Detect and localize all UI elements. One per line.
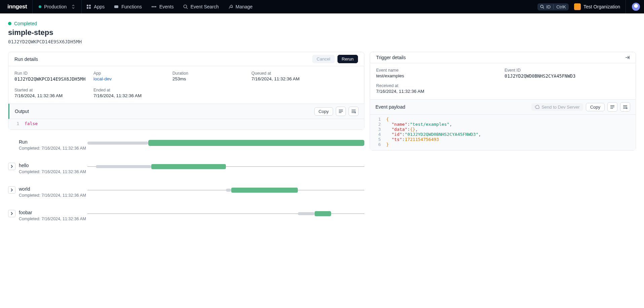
label: Event name	[376, 68, 501, 73]
expand-output-button[interactable]	[349, 107, 359, 116]
search-icon	[183, 4, 188, 9]
line-number: 5	[370, 137, 386, 142]
timeline-track	[87, 210, 364, 217]
grid-icon	[86, 4, 91, 9]
app-link[interactable]: local-dev	[93, 76, 169, 81]
token: {	[386, 117, 389, 122]
nav-event-search-label: Event Search	[191, 4, 219, 9]
label: Received at	[376, 83, 501, 88]
payload-header: Event payload Send to Dev Server Copy	[370, 99, 636, 115]
step-sub: Completed: 7/16/2024, 11:32:36 AM	[19, 169, 86, 174]
svg-rect-2	[87, 7, 88, 9]
timeline-track	[87, 140, 364, 147]
field-duration: Duration 253ms	[172, 71, 248, 82]
chevron-updown-icon	[71, 4, 75, 9]
label: Ended at	[93, 88, 169, 92]
step-sub: Completed: 7/16/2024, 11:32:36 AM	[19, 217, 86, 221]
org-badge-icon	[574, 3, 581, 10]
events-icon	[151, 5, 157, 8]
svg-rect-1	[89, 5, 91, 6]
svg-point-6	[153, 6, 155, 7]
run-row-title: Run	[19, 139, 86, 145]
line-number: 6	[370, 142, 386, 147]
token: :	[407, 122, 410, 127]
copy-payload-button[interactable]: Copy	[586, 103, 605, 111]
search-label: ID	[546, 4, 551, 9]
expand-step-button[interactable]	[8, 210, 15, 217]
nav-functions[interactable]: Functions	[109, 0, 147, 13]
nav-apps-label: Apps	[94, 4, 105, 9]
wrap-lines-button[interactable]	[336, 107, 346, 116]
nav-manage[interactable]: Manage	[224, 0, 257, 13]
user-avatar[interactable]	[632, 3, 640, 11]
copy-output-button[interactable]: Copy	[314, 107, 333, 116]
svg-rect-4	[114, 5, 118, 8]
timeline-step-row: hello Completed: 7/16/2024, 11:32:36 AM	[8, 163, 364, 174]
timeline-step-row: world Completed: 7/16/2024, 11:32:36 AM	[8, 186, 364, 198]
expand-payload-button[interactable]	[620, 102, 630, 112]
status-text: Completed	[14, 21, 37, 26]
svg-point-9	[540, 5, 543, 8]
line-number: 1	[370, 117, 386, 122]
cancel-button: Cancel	[312, 55, 334, 63]
status-dot-icon	[8, 22, 11, 25]
nav-events[interactable]: Events	[147, 0, 178, 13]
search-kbd: CtrlK	[556, 4, 566, 9]
timeline-track	[87, 163, 364, 170]
value: test/examples	[376, 73, 501, 78]
line-number: 1	[8, 121, 25, 126]
org-switcher[interactable]: Test Organization	[574, 3, 620, 10]
nav-apps[interactable]: Apps	[82, 0, 109, 13]
brand-logo[interactable]: inngest	[0, 0, 32, 13]
field-ended: Ended at 7/16/2024, 11:32:36 AM	[93, 88, 169, 98]
output-code: 1 false	[8, 119, 364, 129]
divider	[626, 0, 626, 13]
svg-point-8	[184, 5, 187, 8]
step-sub: Completed: 7/16/2024, 11:32:36 AM	[19, 193, 86, 198]
label: Started at	[14, 88, 90, 92]
value: 01J2YD2QWD0BNHS2CYA45FNWD3	[505, 73, 630, 79]
step-name: world	[19, 186, 86, 192]
nav-manage-label: Manage	[236, 4, 253, 9]
field-app: App local-dev	[93, 71, 169, 82]
field-event-id: Event ID 01J2YD2QWD0BNHS2CYA45FNWD3	[505, 68, 630, 79]
run-id-subhead: 01J2YD2QWKPCD14E9SX6JDH5MH	[8, 39, 636, 44]
trigger-title: Trigger details	[376, 55, 406, 60]
step-name: foobar	[19, 210, 86, 215]
nav-events-label: Events	[159, 4, 174, 9]
nav-event-search[interactable]: Event Search	[178, 0, 224, 13]
top-nav: inngest Production Apps Functions Events	[0, 0, 644, 13]
env-status-dot	[39, 5, 41, 8]
svg-point-7	[155, 6, 156, 7]
token: "id"	[392, 132, 402, 137]
token: ,	[478, 132, 481, 137]
token: }	[386, 142, 389, 147]
expand-step-button[interactable]	[8, 163, 15, 170]
field-started: Started at 7/16/2024, 11:32:36 AM	[14, 88, 90, 98]
field-queued: Queued at 7/16/2024, 11:32:36 AM	[251, 71, 358, 82]
token: :	[402, 132, 405, 137]
timeline-run-row: Run Completed: 7/16/2024, 11:32:36 AM	[8, 139, 364, 151]
org-name: Test Organization	[583, 4, 620, 9]
wrap-lines-button[interactable]	[607, 102, 617, 112]
token: :	[407, 127, 410, 132]
token: "data"	[392, 127, 407, 132]
environment-name: Production	[44, 4, 67, 9]
global-search[interactable]: ID CtrlK	[537, 3, 569, 10]
environment-selector[interactable]: Production	[33, 0, 81, 13]
value: 7/16/2024, 11:32:36 AM	[14, 93, 90, 98]
payload-code: 1{ 2"name": "test/examples", 3"data": {}…	[370, 115, 636, 150]
value: 7/16/2024, 11:32:36 AM	[93, 93, 169, 98]
nav-links: Apps Functions Events Event Search Manag…	[82, 0, 257, 13]
label: App	[93, 71, 169, 76]
token: "name"	[392, 122, 407, 127]
value: 7/16/2024, 11:32:36 AM	[376, 89, 501, 94]
svg-rect-0	[87, 5, 88, 6]
token: "ts"	[392, 137, 402, 142]
rerun-button[interactable]: Rerun	[337, 55, 358, 63]
expand-step-button[interactable]	[8, 186, 15, 194]
nav-functions-label: Functions	[121, 4, 142, 9]
value: 253ms	[172, 76, 248, 81]
run-row-sub: Completed: 7/16/2024, 11:32:36 AM	[19, 146, 86, 151]
collapse-panel-button[interactable]	[625, 55, 630, 60]
